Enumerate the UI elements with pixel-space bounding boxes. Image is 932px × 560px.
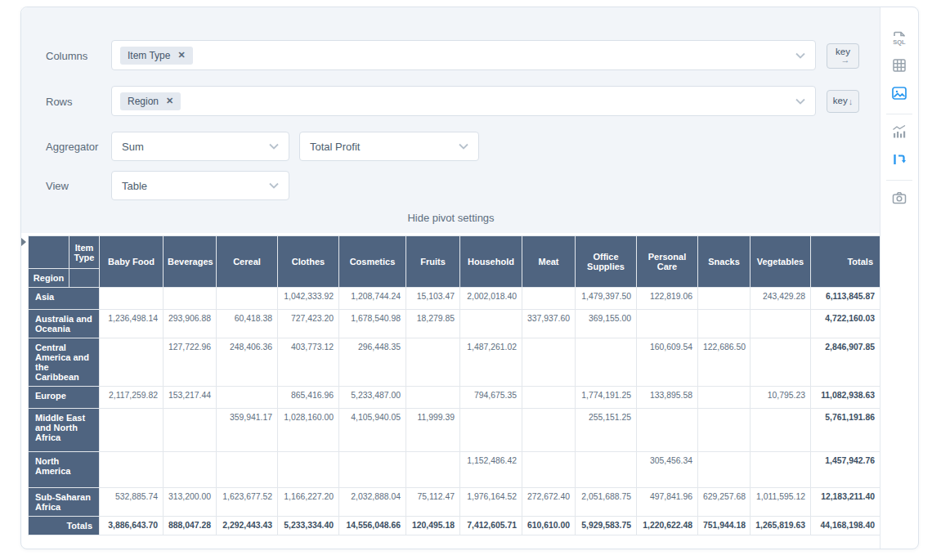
rows-tag-label: Region (128, 96, 159, 107)
table-cell (100, 409, 164, 452)
row-header-cell: Middle East and North Africa (29, 409, 100, 452)
table-cell: 337,937.60 (522, 310, 576, 338)
column-header-cell: Cereal (217, 236, 278, 288)
columns-tag-remove-icon[interactable]: ✕ (177, 50, 185, 60)
table-cell: 1,623,677.52 (217, 488, 278, 517)
table-cell: 122,686.50 (698, 338, 751, 387)
view-label: View (46, 180, 69, 192)
column-axis-label: Item Type (69, 236, 100, 269)
column-header-cell: Cosmetics (339, 236, 406, 288)
table-cell: 75,112.47 (406, 488, 460, 517)
table-cell (100, 338, 164, 387)
table-cell (751, 409, 811, 452)
column-header-cell: Baby Food (100, 236, 164, 288)
totals-cell: 14,556,048.66 (339, 517, 406, 535)
table-row: Sub-Saharan Africa532,885.74313,200.001,… (29, 488, 880, 517)
table-cell (460, 310, 522, 338)
row-header-cell: North America (29, 452, 100, 488)
table-row: Asia1,042,333.921,208,744.2415,103.472,0… (29, 288, 880, 310)
table-cell: 15,103.47 (406, 288, 460, 310)
table-cell: 1,236,498.14 (100, 310, 164, 338)
table-cell (164, 452, 217, 488)
totals-cell: 1,265,819.63 (751, 517, 811, 535)
sql-icon[interactable]: SQL (887, 25, 912, 50)
table-cell: 10,795.23 (751, 387, 811, 409)
table-icon[interactable] (887, 53, 912, 78)
totals-cell: 751,944.18 (698, 517, 751, 535)
rows-sort-key-button[interactable]: key ↓ (827, 90, 859, 113)
chart-icon[interactable] (887, 119, 912, 144)
table-cell: 359,941.17 (217, 409, 278, 452)
aggregator-field-select[interactable]: Total Profit (299, 132, 479, 161)
table-cell: 403,773.12 (278, 338, 339, 387)
table-cell: 1,042,333.92 (278, 288, 339, 310)
table-cell (698, 452, 751, 488)
totals-cell: 120,495.18 (406, 517, 460, 535)
table-cell: 293,906.88 (164, 310, 217, 338)
totals-cell: 5,929,583.75 (576, 517, 637, 535)
view-value: Table (122, 180, 147, 192)
table-cell: 272,672.40 (522, 488, 576, 517)
totals-cell: 888,047.28 (164, 517, 217, 535)
collapse-panel-handle[interactable] (21, 238, 26, 246)
rows-select[interactable]: Region ✕ (111, 86, 816, 116)
table-cell: 2,051,688.75 (576, 488, 637, 517)
table-row: Central America and the Caribbean127,722… (29, 338, 880, 387)
table-cell: 11,999.39 (406, 409, 460, 452)
chevron-down-icon (269, 143, 279, 150)
columns-sort-key-button[interactable]: key → (827, 43, 859, 69)
table-cell (751, 338, 811, 387)
table-cell: 1,011,595.12 (751, 488, 811, 517)
table-cell: 313,200.00 (164, 488, 217, 517)
camera-icon[interactable] (887, 186, 912, 210)
table-cell: 1,028,160.00 (278, 409, 339, 452)
columns-select[interactable]: Item Type ✕ (111, 40, 816, 70)
columns-label: Columns (46, 50, 87, 62)
column-header-cell: Personal Care (637, 236, 698, 288)
table-cell (576, 452, 637, 488)
totals-cell: 610,610.00 (522, 517, 576, 535)
aggregator-select[interactable]: Sum (111, 132, 289, 161)
sidebar-divider (886, 114, 912, 114)
totals-cell: 1,220,622.48 (637, 517, 698, 535)
visualization-sidebar: SQL (880, 7, 918, 549)
totals-column-header: Totals (811, 236, 880, 288)
table-cell (406, 452, 460, 488)
totals-cell: 5,233,334.40 (278, 517, 339, 535)
rows-tag-remove-icon[interactable]: ✕ (166, 96, 173, 106)
arrow-down-icon: ↓ (849, 97, 854, 106)
chevron-down-icon (795, 98, 805, 105)
table-cell: 794,675.35 (460, 387, 522, 409)
table-cell (698, 288, 751, 310)
table-cell (522, 387, 576, 409)
table-cell (278, 452, 339, 488)
table-cell: 2,002,018.40 (460, 288, 522, 310)
image-icon[interactable] (887, 81, 912, 105)
row-header-cell: Sub-Saharan Africa (29, 488, 100, 517)
aggregator-label: Aggregator (46, 141, 98, 153)
view-select[interactable]: Table (111, 171, 289, 200)
table-cell: 369,155.00 (576, 310, 637, 338)
column-header-cell: Fruits (406, 236, 460, 288)
row-header-cell: Australia and Oceania (29, 310, 100, 338)
table-cell (637, 310, 698, 338)
table-cell: 305,456.34 (637, 452, 698, 488)
row-total-cell: 5,761,191.86 (811, 409, 880, 452)
row-total-cell: 2,846,907.85 (811, 338, 880, 387)
totals-row-header: Totals (29, 517, 100, 535)
hide-pivot-settings-link[interactable]: Hide pivot settings (21, 212, 880, 224)
pivot-icon[interactable] (887, 147, 912, 172)
row-total-cell: 11,082,938.63 (811, 387, 880, 409)
table-cell (522, 338, 576, 387)
table-cell (637, 409, 698, 452)
table-cell: 248,406.36 (217, 338, 278, 387)
totals-row: Totals3,886,643.70888,047.282,292,443.43… (29, 517, 880, 535)
table-cell (751, 310, 811, 338)
table-cell: 255,151.25 (576, 409, 637, 452)
row-header-cell: Europe (29, 387, 100, 409)
column-header-cell: Snacks (698, 236, 751, 288)
rows-tag: Region ✕ (120, 92, 181, 110)
table-cell: 1,208,744.24 (339, 288, 406, 310)
row-header-cell: Asia (29, 288, 100, 310)
table-cell (698, 409, 751, 452)
